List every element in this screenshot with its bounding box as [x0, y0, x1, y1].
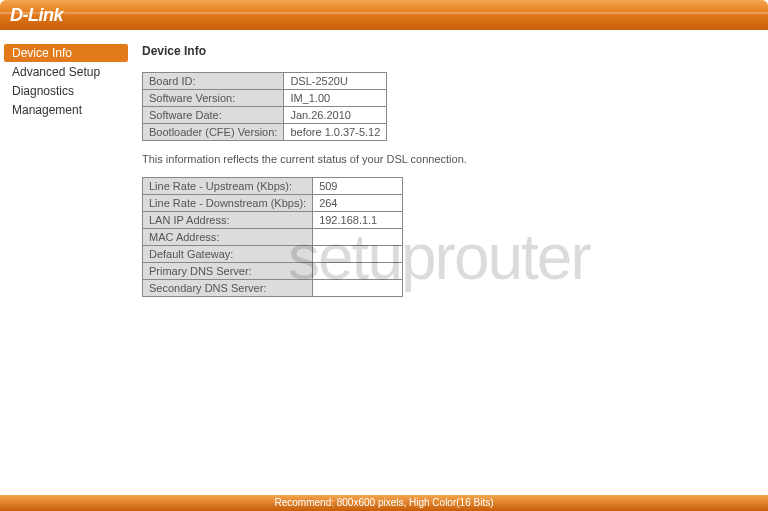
sidebar-item-label: Device Info	[12, 46, 72, 60]
header: D-Link	[0, 0, 768, 30]
cell-value: 192.168.1.1	[313, 212, 403, 229]
cell-label: Secondary DNS Server:	[143, 280, 313, 297]
cell-value	[313, 263, 403, 280]
device-info-table: Board ID:DSL-2520U Software Version:IM_1…	[142, 72, 387, 141]
cell-value	[313, 280, 403, 297]
cell-value: DSL-2520U	[284, 73, 387, 90]
cell-label: Board ID:	[143, 73, 284, 90]
cell-label: Line Rate - Upstream (Kbps):	[143, 178, 313, 195]
cell-label: MAC Address:	[143, 229, 313, 246]
table-row: LAN IP Address:192.168.1.1	[143, 212, 403, 229]
cell-value: 509	[313, 178, 403, 195]
table-row: Default Gateway:	[143, 246, 403, 263]
brand-logo: D-Link	[10, 5, 63, 26]
sidebar-item-label: Diagnostics	[12, 84, 74, 98]
cell-label: Primary DNS Server:	[143, 263, 313, 280]
table-row: Line Rate - Upstream (Kbps):509	[143, 178, 403, 195]
header-highlight	[0, 12, 768, 15]
cell-label: Bootloader (CFE) Version:	[143, 124, 284, 141]
sidebar: Device Info Advanced Setup Diagnostics M…	[0, 30, 128, 495]
cell-value	[313, 246, 403, 263]
sidebar-item-management[interactable]: Management	[4, 101, 128, 119]
status-table: Line Rate - Upstream (Kbps):509 Line Rat…	[142, 177, 403, 297]
sidebar-item-label: Management	[12, 103, 82, 117]
table-row: Secondary DNS Server:	[143, 280, 403, 297]
sidebar-item-advanced-setup[interactable]: Advanced Setup	[4, 63, 128, 81]
page-title: Device Info	[142, 44, 758, 58]
cell-label: Software Version:	[143, 90, 284, 107]
footer-text: Recommend: 800x600 pixels, High Color(16…	[275, 497, 494, 508]
cell-value: before 1.0.37-5.12	[284, 124, 387, 141]
table-row: Software Date:Jan.26.2010	[143, 107, 387, 124]
page-body: Device Info Advanced Setup Diagnostics M…	[0, 30, 768, 495]
cell-label: Software Date:	[143, 107, 284, 124]
sidebar-item-diagnostics[interactable]: Diagnostics	[4, 82, 128, 100]
footer: Recommend: 800x600 pixels, High Color(16…	[0, 495, 768, 511]
cell-label: Line Rate - Downstream (Kbps):	[143, 195, 313, 212]
cell-label: LAN IP Address:	[143, 212, 313, 229]
table-row: Software Version:IM_1.00	[143, 90, 387, 107]
cell-value: 264	[313, 195, 403, 212]
table-row: MAC Address:	[143, 229, 403, 246]
content: Device Info Board ID:DSL-2520U Software …	[128, 30, 768, 495]
table-row: Board ID:DSL-2520U	[143, 73, 387, 90]
cell-label: Default Gateway:	[143, 246, 313, 263]
table-row: Primary DNS Server:	[143, 263, 403, 280]
status-description: This information reflects the current st…	[142, 153, 758, 165]
cell-value: IM_1.00	[284, 90, 387, 107]
table-row: Line Rate - Downstream (Kbps):264	[143, 195, 403, 212]
cell-value: Jan.26.2010	[284, 107, 387, 124]
table-row: Bootloader (CFE) Version:before 1.0.37-5…	[143, 124, 387, 141]
sidebar-item-label: Advanced Setup	[12, 65, 100, 79]
cell-value	[313, 229, 403, 246]
sidebar-item-device-info[interactable]: Device Info	[4, 44, 128, 62]
